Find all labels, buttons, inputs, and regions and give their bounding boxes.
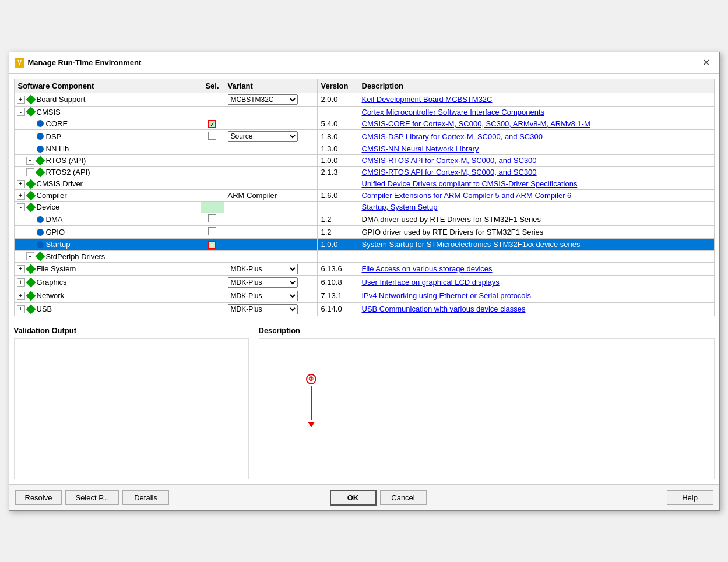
table-row-cmsis-driver[interactable]: +CMSIS DriverUnified Device Drivers comp…: [14, 178, 714, 190]
close-button[interactable]: ✕: [699, 56, 713, 70]
table-row-cmsis[interactable]: -CMSISCortex Microcontroller Software In…: [14, 106, 714, 118]
variant-cell-device: [224, 202, 317, 213]
sel-cell-rtos2: [201, 167, 224, 178]
table-row-network[interactable]: +NetworkMDK-Plus7.13.1IPv4 Networking us…: [14, 289, 714, 302]
expand-btn-rtos[interactable]: +: [26, 157, 34, 165]
description-link-device[interactable]: Startup, System Setup: [362, 203, 438, 211]
variant-select-graphics[interactable]: MDK-Plus: [228, 277, 298, 288]
component-name-graphics: Graphics: [37, 278, 67, 287]
version-cell-dma: 1.2: [317, 213, 358, 226]
checkbox-checked-core[interactable]: ✓: [208, 120, 216, 128]
annotation-3: ③: [306, 374, 316, 427]
table-row-device[interactable]: -DeviceStartup, System Setup: [14, 202, 714, 213]
version-cell-gpio: 1.2: [317, 226, 358, 239]
description-cell-dma: DMA driver used by RTE Drivers for STM32…: [358, 213, 714, 226]
checkbox-unchecked-dma[interactable]: [208, 214, 216, 222]
expand-btn-graphics[interactable]: +: [17, 278, 25, 287]
description-link-dsp[interactable]: CMSIS-DSP Library for Cortex-M, SC000, a…: [362, 132, 543, 141]
description-link-filesystem[interactable]: File Access on various storage devices: [362, 264, 493, 273]
expand-btn-usb[interactable]: +: [17, 305, 25, 313]
help-button[interactable]: Help: [667, 490, 713, 505]
description-cell-core: CMSIS-CORE for Cortex-M, SC000, SC300, A…: [358, 118, 714, 130]
variant-select-dsp[interactable]: Source: [228, 131, 298, 142]
variant-select-usb[interactable]: MDK-Plus: [228, 304, 298, 314]
title-bar: V Manage Run-Time Environment ✕: [9, 52, 719, 74]
table-row-compiler[interactable]: +CompilerARM Compiler1.6.0Compiler Exten…: [14, 190, 714, 202]
expand-btn-rtos2[interactable]: +: [26, 168, 34, 176]
table-row-rtos2[interactable]: +RTOS2 (API)2.1.3CMSIS-RTOS API for Cort…: [14, 167, 714, 178]
tree-cell-rtos2: +RTOS2 (API): [26, 168, 197, 176]
description-cell-cmsis: Cortex Microcontroller Software Interfac…: [358, 106, 714, 118]
expand-btn-device[interactable]: -: [17, 203, 25, 211]
expand-btn-cmsis-driver[interactable]: +: [17, 180, 25, 188]
table-row-nnlib[interactable]: NN Lib1.3.0CMSIS-NN Neural Network Libra…: [14, 143, 714, 155]
table-row-rtos[interactable]: +RTOS (API)1.0.0CMSIS-RTOS API for Corte…: [14, 155, 714, 167]
description-link-nnlib[interactable]: CMSIS-NN Neural Network Library: [362, 144, 479, 153]
table-row-startup[interactable]: Startup✓1.0.0System Startup for STMicroe…: [14, 239, 714, 251]
select-p-button[interactable]: Select P...: [65, 490, 119, 505]
description-cell-compiler: Compiler Extensions for ARM Compiler 5 a…: [358, 190, 714, 202]
variant-cell-rtos: [224, 155, 317, 167]
tree-cell-graphics: +Graphics: [17, 278, 197, 287]
sel-cell-board-support: [201, 93, 224, 106]
component-name-device: Device: [37, 203, 60, 211]
expand-btn-filesystem[interactable]: +: [17, 265, 25, 273]
ok-button[interactable]: OK: [330, 490, 377, 506]
diamond-icon-stdperiph: [35, 252, 45, 261]
version-cell-rtos2: 2.1.3: [317, 167, 358, 178]
version-cell-cmsis-driver: [317, 178, 358, 190]
description-link-core[interactable]: CMSIS-CORE for Cortex-M, SC000, SC300, A…: [362, 119, 590, 128]
variant-cell-gpio: [224, 226, 317, 239]
table-row-core[interactable]: CORE✓5.4.0CMSIS-CORE for Cortex-M, SC000…: [14, 118, 714, 130]
app-icon: V: [15, 58, 24, 68]
table-row-dma[interactable]: DMA1.2DMA driver used by RTE Drivers for…: [14, 213, 714, 226]
table-row-gpio[interactable]: GPIO1.2GPIO driver used by RTE Drivers f…: [14, 226, 714, 239]
description-link-cmsis[interactable]: Cortex Microcontroller Software Interfac…: [362, 108, 545, 116]
expand-btn-compiler[interactable]: +: [17, 192, 25, 200]
variant-cell-cmsis-driver: [224, 178, 317, 190]
expand-btn-cmsis[interactable]: -: [17, 108, 25, 116]
description-link-rtos2[interactable]: CMSIS-RTOS API for Cortex-M, SC000, and …: [362, 168, 537, 176]
checkbox-unchecked-dsp[interactable]: [208, 132, 216, 140]
description-link-rtos[interactable]: CMSIS-RTOS API for Cortex-M, SC000, and …: [362, 156, 537, 165]
variant-select-board-support[interactable]: MCBSTM32C: [228, 94, 298, 105]
version-cell-usb: 6.14.0: [317, 302, 358, 316]
component-table: Software Component Sel. Variant Version …: [14, 79, 715, 316]
table-row-usb[interactable]: +USBMDK-Plus6.14.0USB Communication with…: [14, 302, 714, 316]
diamond-icon-filesystem: [26, 264, 36, 274]
table-row-dsp[interactable]: DSPSource1.8.0CMSIS-DSP Library for Cort…: [14, 130, 714, 143]
description-link-cmsis-driver[interactable]: Unified Device Drivers compliant to CMSI…: [362, 179, 578, 188]
table-row-stdperiph[interactable]: +StdPeriph Drivers: [14, 250, 714, 262]
expand-btn-network[interactable]: +: [17, 292, 25, 300]
version-cell-startup: 1.0.0: [317, 239, 358, 251]
variant-cell-startup: [224, 239, 317, 251]
description-link-network[interactable]: IPv4 Networking using Ethernet or Serial…: [362, 291, 531, 300]
resolve-button[interactable]: Resolve: [15, 490, 62, 505]
cancel-button[interactable]: Cancel: [380, 490, 427, 505]
details-button[interactable]: Details: [122, 490, 169, 505]
sel-cell-cmsis-driver: [201, 178, 224, 190]
table-row-filesystem[interactable]: +File SystemMDK-Plus6.13.6File Access on…: [14, 262, 714, 275]
table-row-graphics[interactable]: +GraphicsMDK-Plus6.10.8User Interface on…: [14, 275, 714, 289]
component-name-rtos2: RTOS2 (API): [46, 168, 90, 176]
checkbox-checked-startup[interactable]: ✓: [208, 241, 216, 249]
annotation-circle-3: ③: [306, 374, 316, 384]
description-link-graphics[interactable]: User Interface on graphical LCD displays: [362, 278, 500, 287]
sel-cell-network: [201, 289, 224, 302]
expand-btn-stdperiph[interactable]: +: [26, 252, 34, 260]
description-cell-network: IPv4 Networking using Ethernet or Serial…: [358, 289, 714, 302]
diamond-icon-board-support: [26, 94, 36, 104]
component-name-board-support: Board Support: [37, 95, 86, 104]
variant-select-filesystem[interactable]: MDK-Plus: [228, 264, 298, 274]
tree-cell-core: CORE: [26, 119, 197, 128]
checkbox-unchecked-gpio[interactable]: [208, 227, 216, 235]
variant-select-network[interactable]: MDK-Plus: [228, 291, 298, 301]
description-link-board-support[interactable]: Keil Development Board MCBSTM32C: [362, 95, 493, 104]
expand-btn-board-support[interactable]: +: [17, 96, 25, 104]
description-link-usb[interactable]: USB Communication with various device cl…: [362, 305, 526, 313]
sel-cell-filesystem: [201, 262, 224, 275]
diamond-icon-graphics: [26, 277, 36, 287]
table-row-board-support[interactable]: +Board SupportMCBSTM32C2.0.0Keil Develop…: [14, 93, 714, 106]
tree-cell-filesystem: +File System: [17, 264, 197, 273]
description-link-compiler[interactable]: Compiler Extensions for ARM Compiler 5 a…: [362, 191, 572, 200]
